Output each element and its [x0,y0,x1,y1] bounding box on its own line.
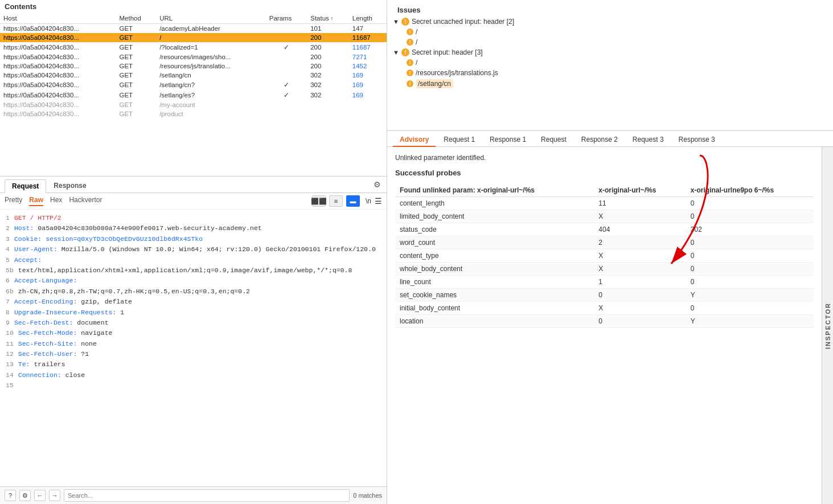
view-icon[interactable]: ▬ [346,195,360,207]
request-response-header: Request Response ⚙ [0,177,387,193]
cell-host: https://0a5a004204c830... [0,80,116,90]
table-row[interactable]: https://0a5a004204c830... GET /academyLa… [0,24,387,34]
contents-table: Host Method URL Params Status Length htt… [0,13,387,118]
sub-issue-item[interactable]: ! / [407,37,827,47]
cell-params [266,62,307,71]
line-number: 7 [6,297,10,307]
line-number: 4 [6,244,10,255]
cell-length: 169 [349,80,387,90]
sub-issue-item[interactable]: ! / [407,27,827,37]
cell-url: /resources/images/sho... [156,52,266,62]
advisory-tab-request-1[interactable]: Request 1 [437,133,482,147]
probes-table: Found unlinked param: x-original-url~/%s… [395,184,814,328]
col-status[interactable]: Status [307,13,349,24]
cell-params [266,52,307,62]
settings-icon[interactable]: ⚙ [374,180,381,189]
probe-row: content_length 11 0 [395,197,814,210]
probes-title: Successful probes [395,169,814,177]
help-btn[interactable]: ? [5,490,16,501]
response-tab[interactable]: Response [46,179,93,192]
cell-host: https://0a5a004204c830... [0,90,116,100]
sub-issue-label: /setlang/cn [416,79,453,88]
probe-param: limited_body_content [395,210,594,223]
subtab-hex[interactable]: Hex [50,196,62,206]
cell-length: 11687 [349,42,387,52]
inspector-label: INSPECTOR [824,302,831,349]
subtab-pretty[interactable]: Pretty [5,196,22,206]
cell-length: 11687 [349,33,387,42]
probe-val2: 404 [594,223,686,236]
table-row[interactable]: https://0a5a004204c830... GET / 200 1168… [0,33,387,42]
cell-method: GET [116,62,156,71]
subtab-hackvertor[interactable]: Hackvertor [69,196,102,206]
cell-params [266,109,307,118]
issue-item[interactable]: ▼ ! Secret input: header [3] [393,47,827,58]
probe-row: whole_body_content X 0 [395,263,814,276]
request-toolbar: Pretty Raw Hex Hackvertor ⬛⬛ ≡ ▬ \n ☰ [0,193,387,210]
probe-val2: X [594,263,686,276]
line-number: 3 [6,234,10,244]
advisory-tab-response-2[interactable]: Response 2 [575,133,625,147]
probe-val3: 0 [686,236,814,249]
wrap-icon[interactable]: ≡ [329,195,343,207]
probe-row: line_count 1 0 [395,276,814,289]
table-row[interactable]: https://0a5a004204c830... GET /product [0,109,387,118]
table-row[interactable]: https://0a5a004204c830... GET /setlang/e… [0,90,387,100]
advisory-tab-response-1[interactable]: Response 1 [483,133,533,147]
forward-btn[interactable]: → [49,490,60,501]
line-content: zh-CN,zh;q=0.8,zh-TW;q=0.7,zh-HK;q=0.5,e… [18,286,381,297]
subtab-raw[interactable]: Raw [29,196,43,206]
table-row[interactable]: https://0a5a004204c830... GET /?localize… [0,42,387,52]
advisory-tab-response-3[interactable]: Response 3 [672,133,722,147]
inspector-sidebar: INSPECTOR [822,147,833,504]
probe-val3: 0 [686,197,814,210]
search-input[interactable] [64,489,350,502]
sub-issue-item[interactable]: ! /resources/js/translations.js [407,68,827,78]
advisory-tab-request-3[interactable]: Request 3 [626,133,671,147]
table-row[interactable]: https://0a5a004204c830... GET /resources… [0,62,387,71]
expand-icon: ▼ [393,18,399,25]
line-content: Accept-Encoding: gzip, deflate [14,297,381,307]
cell-params [266,100,307,109]
probe-val3: 0 [686,210,814,223]
request-tab[interactable]: Request [5,179,46,193]
cell-length [349,100,387,109]
advisory-tab-request[interactable]: Request [534,133,573,147]
cell-length [349,109,387,118]
cell-status: 200 [307,52,349,62]
probe-row: initial_body_content X 0 [395,302,814,315]
col-method: Method [116,13,156,24]
probe-row: status_code 404 302 [395,223,814,236]
table-row[interactable]: https://0a5a004204c830... GET /resources… [0,52,387,62]
cell-length: 169 [349,90,387,100]
col-host: Host [0,13,116,24]
sub-issue-item[interactable]: ! /setlang/cn [407,78,827,89]
cell-method: GET [116,90,156,100]
back-btn[interactable]: ← [34,490,46,501]
line-content [18,380,381,391]
request-line: 5btext/html,application/xhtml+xml,applic… [6,265,381,276]
probe-val2: 11 [594,197,686,210]
table-row[interactable]: https://0a5a004204c830... GET /setlang/c… [0,80,387,90]
line-content: Te: trailers [18,359,381,370]
menu-icon[interactable]: ☰ [375,196,382,206]
probe-param: word_count [395,236,594,249]
request-line: 5Accept: [6,255,381,265]
probe-col3-header: x-original-urlne9po 6~/%s [686,184,814,197]
request-line: 6bzh-CN,zh;q=0.8,zh-TW;q=0.7,zh-HK;q=0.5… [6,286,381,297]
advisory-tab-advisory[interactable]: Advisory [393,133,436,147]
probe-val2: 1 [594,276,686,289]
issue-item[interactable]: ▼ ! Secret uncached input: header [2] [393,17,827,27]
probe-val2: X [594,210,686,223]
request-line: 6Accept-Language: [6,276,381,286]
settings-btn[interactable]: ⚙ [19,490,31,501]
format-icon[interactable]: ⬛⬛ [312,195,326,207]
cell-url: /setlang/cn [156,71,266,80]
request-line: 14Connection: close [6,370,381,380]
cell-url: /product [156,109,266,118]
table-row[interactable]: https://0a5a004204c830... GET /my-accoun… [0,100,387,109]
sub-issue-item[interactable]: ! / [407,58,827,68]
probe-param: whole_body_content [395,263,594,276]
table-row[interactable]: https://0a5a004204c830... GET /setlang/c… [0,71,387,80]
probe-val3: 302 [686,223,814,236]
